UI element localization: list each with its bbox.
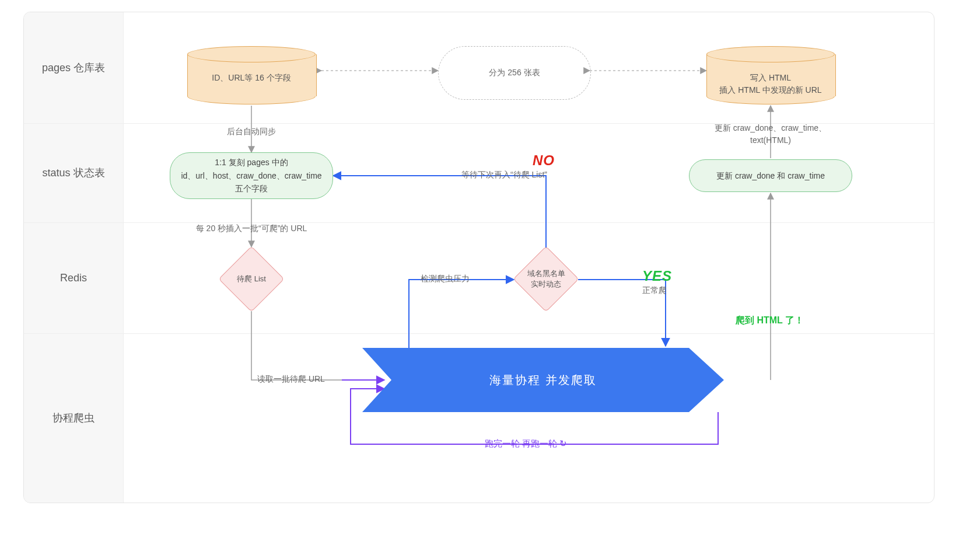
cylinder-pages-right: 写入 HTML插入 HTML 中发现的新 URL (706, 46, 835, 104)
edge-wait: 等待下次再入“待爬 List” (461, 170, 547, 180)
big-arrow-text: 海量协程 并发爬取 (362, 372, 724, 388)
cloud-split: 分为 256 张表 (438, 46, 591, 100)
edge-read: 读取一批待爬 URL (257, 374, 325, 385)
label-no: NO (533, 152, 555, 169)
capsule-status-left: 1:1 复刻 pages 中的 id、url、host、craw_done、cr… (170, 152, 333, 199)
big-arrow-crawler: 海量协程 并发爬取 (362, 348, 724, 412)
cylinder-pages-left-text: ID、URL等 16 个字段 (187, 72, 316, 84)
edge-pressure: 检测爬虫压力 (421, 274, 470, 284)
lane-label-redis: Redis (24, 272, 123, 284)
label-yes: YES (642, 268, 672, 284)
diamond-blacklist: 域名黑名单实时动态 (514, 247, 578, 311)
lane-label-status: status 状态表 (24, 166, 123, 180)
edge-normal: 正常爬 (642, 285, 667, 296)
cylinder-pages-left: ID、URL等 16 个字段 (187, 46, 316, 104)
diamond-pending-list: 待爬 List (219, 247, 284, 311)
loop-icon: ↻ (559, 438, 567, 448)
edge-sync: 后台自动同步 (199, 127, 304, 137)
diagram-frame: pages 仓库表 status 状态表 Redis 协程爬虫 (23, 12, 935, 503)
cloud-text: 分为 256 张表 (489, 68, 540, 78)
edge-got-html: 爬到 HTML 了！ (736, 315, 804, 327)
lane-label-pages: pages 仓库表 (24, 61, 123, 75)
capsule-status-right: 更新 craw_done 和 craw_time (689, 159, 852, 192)
edge-insert: 每 20 秒插入一批“可爬”的 URL (181, 224, 321, 234)
cylinder-pages-right-text: 写入 HTML插入 HTML 中发现的新 URL (706, 72, 835, 96)
lane-label-crawler: 协程爬虫 (24, 411, 123, 425)
edge-update: 更新 craw_done、craw_time、 text(HTML) (712, 122, 829, 147)
edge-loop: 跑完一轮 再跑一轮 ↻ (485, 438, 567, 449)
